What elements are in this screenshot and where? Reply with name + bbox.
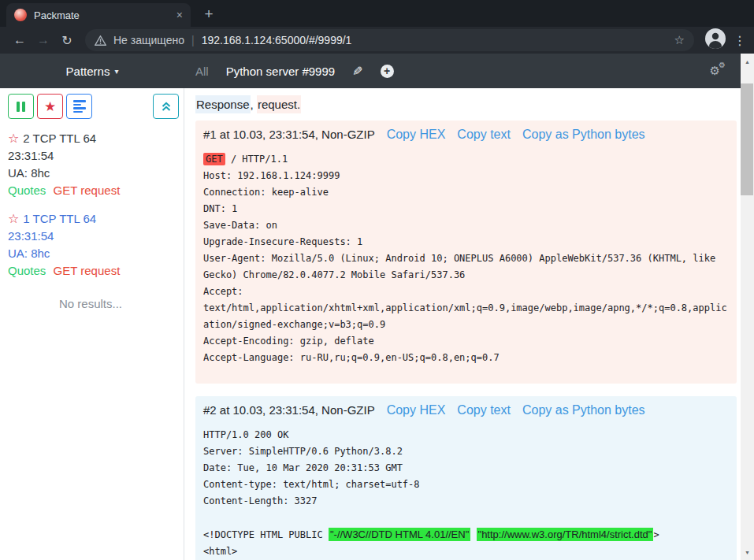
back-icon[interactable]: ← (8, 33, 32, 47)
favorite-star-icon[interactable]: ☆ (8, 132, 19, 145)
screen: Packmate × + ← → ↻ Не защищено | 192.168… (0, 0, 754, 560)
stream-user-agent: UA: 8hc (8, 165, 179, 182)
text-segment: , (251, 98, 257, 111)
tag-get-request: GET request (54, 264, 121, 277)
stream-time: 23:31:54 (8, 147, 179, 165)
collapse-sidebar-button[interactable] (153, 94, 179, 119)
url-separator: | (191, 34, 195, 46)
stream-item-selected[interactable]: ☆1 TCP TTL 64 23:31:54 UA: 8hc Quotes GE… (8, 210, 179, 280)
chevron-down-icon: ▾ (114, 67, 118, 76)
copy-hex-link[interactable]: Copy HEX (387, 403, 446, 417)
packmate-favicon-icon (14, 9, 27, 21)
packet-body: HTTP/1.0 200 OK Server: SimpleHTTP/0.6 P… (203, 427, 729, 560)
packet-id: #2 at 10.03, 23:31:54, Non-GZIP (203, 403, 375, 417)
profile-avatar-icon[interactable] (705, 28, 726, 52)
browser-tab-strip: Packmate × + (0, 0, 754, 27)
highlighted-text: GET (203, 153, 225, 165)
stream-list-sidebar: ★ ☆2 TCP TTL 64 23:31:54 UA: 8hc Quotes (0, 88, 184, 560)
chevrons-up-icon (161, 101, 172, 112)
tag-get-request: GET request (54, 184, 121, 197)
stream-tags: Quotes GET request (8, 262, 179, 280)
lines-icon (73, 100, 86, 113)
scrollbar-thumb[interactable] (741, 83, 753, 195)
favorite-star-icon[interactable]: ☆ (8, 212, 19, 225)
packet-stream-view: Response, request. #1 at 10.03, 23:31:54… (184, 88, 741, 560)
packet-block-response: #2 at 10.03, 23:31:54, Non-GZIP Copy HEX… (195, 396, 737, 560)
tag-quotes: Quotes (8, 264, 46, 277)
reload-icon[interactable]: ↻ (55, 33, 79, 48)
highlighted-text: "-//W3C//DTD HTML 4.01//EN" (329, 528, 470, 541)
packet-block-request: #1 at 10.03, 23:31:54, Non-GZIP Copy HEX… (195, 121, 737, 384)
tab-title: Packmate (34, 9, 169, 21)
no-results-label: No results... (8, 297, 173, 310)
url-text[interactable]: 192.168.1.124:65000/#/9999/1 (202, 34, 352, 46)
patterns-menu[interactable]: Patterns ▾ (0, 54, 184, 88)
address-bar[interactable]: Не защищено | 192.168.1.124:65000/#/9999… (85, 29, 694, 51)
page-scrollbar[interactable]: ▲ ▼ (741, 54, 754, 560)
pause-icon (17, 102, 25, 112)
text-segment: HTTP/1.0 200 OK Server: SimpleHTTP/0.6 P… (203, 429, 420, 540)
browser-menu-icon[interactable]: ⋮ (734, 33, 746, 48)
filter-all[interactable]: All (195, 65, 209, 78)
warning-triangle-icon (95, 35, 106, 46)
text-segment (470, 529, 476, 540)
tag-quotes: Quotes (8, 184, 46, 197)
tab-close-icon[interactable]: × (176, 9, 183, 20)
packet-header: #1 at 10.03, 23:31:54, Non-GZIP Copy HEX… (203, 128, 729, 142)
copy-python-bytes-link[interactable]: Copy as Python bytes (522, 128, 645, 142)
packet-body: GET / HTTP/1.1 Host: 192.168.1.124:9999 … (203, 151, 729, 366)
packet-header: #2 at 10.03, 23:31:54, Non-GZIP Copy HEX… (203, 403, 729, 417)
app-navbar: Patterns ▾ All Python server #9999 ✎ + ⚙… (0, 54, 741, 88)
bookmark-star-icon[interactable]: ☆ (674, 33, 685, 47)
pause-capture-button[interactable] (8, 94, 34, 119)
stream-title: ☆2 TCP TTL 64 (8, 130, 179, 147)
stream-title: ☆1 TCP TTL 64 (8, 210, 179, 228)
patterns-label: Patterns (66, 65, 110, 78)
found-patterns-line: Response, request. (195, 98, 737, 111)
browser-tab[interactable]: Packmate × (6, 3, 191, 27)
scroll-down-icon[interactable]: ▼ (741, 550, 754, 555)
favorites-filter-button[interactable]: ★ (37, 94, 63, 119)
packet-id: #1 at 10.03, 23:31:54, Non-GZIP (203, 128, 375, 141)
edit-pencil-icon[interactable]: ✎ (352, 64, 362, 79)
security-label: Не защищено (113, 34, 184, 46)
browser-toolbar: ← → ↻ Не защищено | 192.168.1.124:65000/… (0, 27, 754, 54)
highlighted-text: Response (195, 95, 251, 113)
pattern-filter-bar: All Python server #9999 ✎ + (195, 54, 394, 88)
list-filter-button[interactable] (66, 94, 92, 119)
copy-python-bytes-link[interactable]: Copy as Python bytes (522, 403, 645, 417)
add-pattern-icon[interactable]: + (381, 65, 394, 78)
stream-time: 23:31:54 (8, 228, 179, 245)
stream-item[interactable]: ☆2 TCP TTL 64 23:31:54 UA: 8hc Quotes GE… (8, 130, 179, 199)
copy-text-link[interactable]: Copy text (457, 128, 511, 142)
text-segment: / HTTP/1.1 Host: 192.168.1.124:9999 Conn… (203, 154, 727, 363)
new-tab-button[interactable]: + (199, 4, 219, 24)
settings-gears-icon[interactable]: ⚙ ⚙ (710, 64, 720, 78)
stream-user-agent: UA: 8hc (8, 245, 179, 262)
forward-icon[interactable]: → (32, 33, 55, 47)
highlighted-text: request. (257, 95, 301, 113)
app-body: ★ ☆2 TCP TTL 64 23:31:54 UA: 8hc Quotes (0, 88, 741, 560)
copy-text-link[interactable]: Copy text (457, 403, 511, 417)
filter-active-pattern[interactable]: Python server #9999 (226, 65, 335, 78)
stream-tags: Quotes GET request (8, 182, 179, 199)
copy-hex-link[interactable]: Copy HEX (387, 128, 446, 142)
highlighted-text: "http://www.w3.org/TR/html4/strict.dtd" (477, 528, 654, 541)
scroll-up-icon[interactable]: ▲ (741, 59, 754, 65)
